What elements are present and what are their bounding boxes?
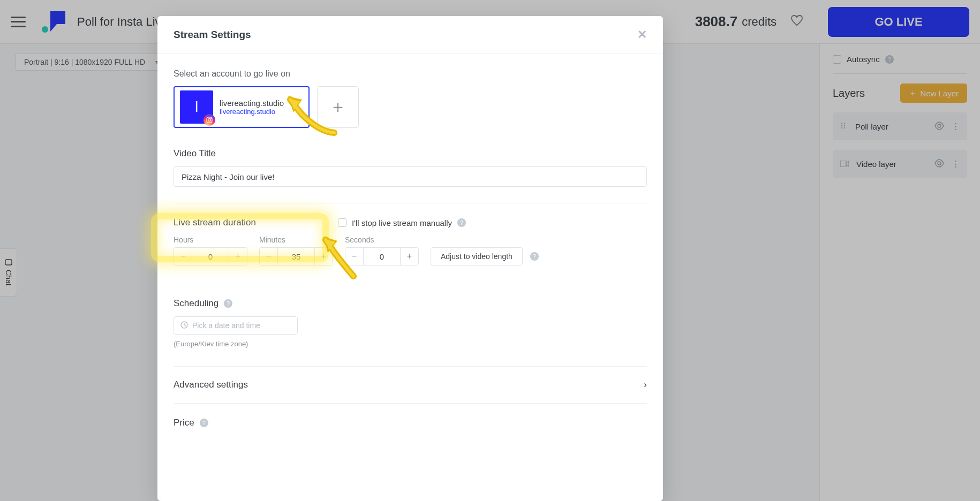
timezone-note: (Europe/Kiev time zone) (174, 340, 647, 348)
select-account-label: Select an account to go live on (174, 69, 647, 79)
date-picker[interactable]: Pick a date and time (174, 316, 298, 335)
autosync-row: Autosync ? (833, 55, 967, 64)
seconds-decrement[interactable]: − (345, 248, 364, 265)
minutes-stepper: − + (259, 247, 333, 265)
minutes-label: Minutes (259, 236, 333, 244)
drag-icon (840, 122, 848, 131)
layer-item-poll[interactable]: Poll layer ⋮ (833, 112, 967, 140)
help-icon[interactable]: ? (457, 218, 466, 227)
layers-heading: Layers (833, 87, 865, 100)
hours-increment[interactable]: + (229, 248, 247, 265)
stop-manual-label: I'll stop live stream manually (352, 218, 452, 227)
chat-tab[interactable]: Chat (0, 248, 17, 297)
add-account-button[interactable]: ＋ (317, 86, 359, 128)
duration-label: Live stream duration (174, 217, 256, 228)
menu-icon[interactable] (11, 17, 26, 27)
chevron-right-icon: › (644, 379, 647, 390)
seconds-increment[interactable]: + (400, 248, 418, 265)
layer-name: Poll layer (855, 122, 888, 131)
chevron-down-icon: ⌄ (290, 102, 297, 112)
svg-rect-1 (5, 260, 12, 265)
scheduling-label: Scheduling (174, 298, 218, 309)
modal-title: Stream Settings (174, 29, 251, 41)
help-icon[interactable]: ? (530, 252, 539, 261)
avatar-letter: l (195, 98, 198, 116)
seconds-label: Seconds (345, 236, 419, 244)
svg-point-13 (210, 118, 212, 119)
svg-point-10 (938, 162, 941, 165)
format-label: Portrait | 9:16 | 1080x1920 FULL HD (24, 58, 145, 66)
help-icon[interactable]: ? (200, 419, 208, 427)
new-layer-button[interactable]: ＋ New Layer (900, 84, 967, 103)
minutes-increment[interactable]: + (314, 248, 333, 265)
go-live-button[interactable]: GO LIVE (828, 7, 969, 37)
svg-point-0 (42, 26, 48, 33)
help-icon[interactable]: ? (224, 299, 232, 308)
video-title-label: Video Title (174, 148, 647, 159)
project-title: Poll for Insta Live (77, 15, 168, 29)
help-icon[interactable]: ? (885, 55, 894, 64)
adjust-length-button[interactable]: Adjust to video length (431, 247, 523, 265)
stop-manual-checkbox[interactable] (338, 218, 346, 227)
divider (174, 284, 647, 284)
hours-label: Hours (174, 236, 247, 244)
close-icon[interactable]: ✕ (637, 28, 647, 42)
visibility-icon[interactable] (934, 158, 944, 170)
seconds-stepper: − + (345, 247, 419, 265)
divider (174, 203, 647, 203)
layer-name: Video layer (856, 160, 896, 169)
autosync-label: Autosync (847, 55, 880, 64)
account-card[interactable]: l livereacting.studio livereacting.studi… (174, 86, 310, 128)
format-selector[interactable]: Portrait | 9:16 | 1080x1920 FULL HD ▾ (15, 54, 166, 71)
stream-settings-modal: Stream Settings ✕ Select an account to g… (157, 16, 663, 501)
autosync-checkbox[interactable] (833, 55, 841, 64)
plus-icon: ＋ (909, 88, 917, 98)
svg-point-6 (844, 125, 846, 126)
account-avatar: l (180, 90, 213, 124)
svg-point-2 (841, 123, 843, 124)
svg-point-5 (844, 123, 846, 124)
credits-label: credits (742, 15, 777, 29)
svg-rect-9 (840, 161, 846, 167)
date-placeholder: Pick a date and time (192, 321, 260, 330)
video-icon (840, 160, 849, 169)
credits-display: 3808.7 credits (695, 13, 777, 30)
account-name: livereacting.studio (220, 98, 284, 108)
advanced-label: Advanced settings (174, 379, 248, 390)
layer-item-video[interactable]: Video layer ⋮ (833, 150, 967, 178)
chat-label: Chat (4, 270, 13, 286)
divider (833, 73, 967, 74)
heart-icon[interactable] (790, 14, 803, 29)
hours-decrement[interactable]: − (174, 248, 192, 265)
more-icon[interactable]: ⋮ (952, 122, 960, 131)
visibility-icon[interactable] (934, 121, 944, 132)
svg-point-3 (841, 125, 843, 126)
svg-point-8 (938, 124, 941, 127)
minutes-decrement[interactable]: − (260, 248, 278, 265)
seconds-input[interactable] (364, 248, 400, 265)
svg-point-7 (844, 127, 846, 128)
svg-point-4 (841, 127, 843, 128)
svg-point-12 (208, 119, 211, 122)
clock-icon (180, 321, 188, 330)
app-logo (40, 10, 67, 34)
more-icon[interactable]: ⋮ (952, 159, 960, 169)
credits-value: 3808.7 (695, 13, 738, 30)
instagram-badge-icon (203, 114, 215, 126)
price-label: Price (174, 418, 194, 428)
right-panel: Autosync ? Layers ＋ New Layer Poll layer… (819, 44, 980, 501)
account-subname: livereacting.studio (220, 108, 284, 116)
minutes-input[interactable] (278, 248, 314, 265)
hours-stepper: − + (174, 247, 247, 265)
hours-input[interactable] (192, 248, 229, 265)
new-layer-label: New Layer (920, 89, 959, 98)
advanced-settings-row[interactable]: Advanced settings › (174, 366, 647, 404)
video-title-input[interactable] (174, 166, 647, 187)
